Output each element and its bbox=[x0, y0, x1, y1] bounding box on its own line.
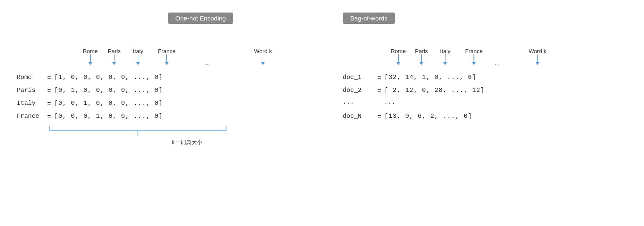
col-header-italy: Italy bbox=[133, 48, 143, 65]
right-title: Bag-of-words bbox=[343, 13, 395, 24]
main-container: One-hot Encoding Rome Paris Italy bbox=[0, 0, 644, 226]
matrix-row-paris: Paris = [0, 1, 0, 0, 0, 0, ..., 0] bbox=[17, 87, 326, 94]
right-col-header-wordk: Word k bbox=[529, 48, 547, 65]
brace-svg bbox=[48, 126, 228, 137]
matrix-row-rome: Rome = [1, 0, 0, 0, 0, 0, ..., 0] bbox=[17, 74, 326, 81]
col-header-ellipsis: ··· bbox=[205, 61, 210, 68]
col-header-france: France bbox=[158, 48, 176, 65]
left-matrix: Rome = [1, 0, 0, 0, 0, 0, ..., 0] Paris … bbox=[17, 74, 326, 120]
col-header-paris: Paris bbox=[108, 48, 121, 65]
left-title: One-hot Encoding bbox=[168, 13, 234, 24]
matrix-row-france: France = [0, 0, 0, 1, 0, 0, ..., 0] bbox=[17, 113, 326, 120]
right-matrix: doc_1 = [32, 14, 1, 0, ..., 6] doc_2 = [… bbox=[343, 74, 644, 120]
right-col-header-ellipsis: ··· bbox=[494, 61, 500, 68]
right-col-header-paris: Paris bbox=[415, 48, 428, 65]
right-matrix-row-docN: doc_N = [13, 0, 6, 2, ..., 0] bbox=[343, 113, 644, 120]
brace-annotation: k = 词典大小 bbox=[48, 126, 326, 146]
col-header-rome: Rome bbox=[83, 48, 98, 65]
right-col-header-italy: Italy bbox=[440, 48, 451, 65]
left-panel: One-hot Encoding Rome Paris Italy bbox=[13, 8, 326, 146]
matrix-row-italy: Italy = [0, 0, 1, 0, 0, 0, ..., 0] bbox=[17, 100, 326, 107]
right-col-header-france: France bbox=[465, 48, 483, 65]
right-col-header-rome: Rome bbox=[391, 48, 406, 65]
right-matrix-row-ellipsis: ··· ··· bbox=[343, 100, 644, 107]
col-header-wordk: Word k bbox=[254, 48, 272, 65]
right-matrix-row-doc1: doc_1 = [32, 14, 1, 0, ..., 6] bbox=[343, 74, 644, 81]
brace-label: k = 词典大小 bbox=[48, 139, 326, 146]
right-matrix-row-doc2: doc_2 = [ 2, 12, 0, 28, ..., 12] bbox=[343, 87, 644, 94]
right-panel: Bag-of-words Rome Paris Italy bbox=[326, 8, 644, 126]
